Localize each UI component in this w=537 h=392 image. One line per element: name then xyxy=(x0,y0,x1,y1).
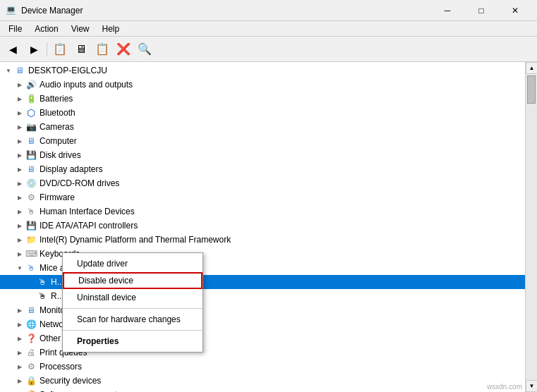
context-menu-separator xyxy=(63,308,203,309)
toolbar-forward[interactable]: ▶ xyxy=(24,39,44,59)
main-container: ▼ 🖥 DESKTOP-EIGLCJU ▶ 🔊 Audio inputs and… xyxy=(0,62,537,392)
expand-cameras[interactable]: ▶ xyxy=(14,121,25,133)
context-menu-properties[interactable]: Properties xyxy=(63,333,203,350)
icon-cameras: 📷 xyxy=(25,121,37,133)
scrollbar-thumb[interactable] xyxy=(527,75,536,104)
icon-security: 🔒 xyxy=(25,375,37,386)
expand-monitors[interactable]: ▶ xyxy=(14,305,25,316)
expand-mice[interactable]: ▼ xyxy=(14,262,25,274)
vertical-scrollbar[interactable]: ▲ ▼ xyxy=(525,62,537,392)
label-display: Display adapters xyxy=(40,164,102,174)
expand-intel[interactable]: ▶ xyxy=(14,234,25,245)
title-bar-left: 💻 Device Manager xyxy=(6,5,83,16)
tree-item-intel[interactable]: ▶ 📁 Intel(R) Dynamic Platform and Therma… xyxy=(0,233,525,247)
expand-bluetooth[interactable]: ▶ xyxy=(14,107,25,118)
expand-keyboards[interactable]: ▶ xyxy=(14,248,25,259)
scrollbar-track[interactable] xyxy=(526,74,537,380)
icon-monitors: 🖥 xyxy=(25,305,37,316)
expand-other[interactable]: ▶ xyxy=(14,333,25,344)
label-hid: Human Interface Devices xyxy=(40,207,135,216)
toolbar-sep1 xyxy=(47,42,47,56)
icon-computer: 🖥 xyxy=(14,65,25,76)
icon-proc: ⚙ xyxy=(25,361,37,372)
icon-audio: 🔊 xyxy=(25,79,37,90)
icon-display: 🖥 xyxy=(25,164,37,175)
toolbar-properties[interactable]: 📋 xyxy=(50,39,70,59)
tree-item-firmware[interactable]: ▶ ⚙ Firmware xyxy=(0,190,525,204)
expand-mouse-r xyxy=(25,290,37,302)
tree-item-disk[interactable]: ▶ 💾 Disk drives xyxy=(0,148,525,162)
scrollbar-down[interactable]: ▼ xyxy=(526,380,537,392)
expand-computer[interactable]: ▶ xyxy=(14,135,25,147)
context-menu-update-driver[interactable]: Update driver xyxy=(63,255,203,272)
tree-item-display[interactable]: ▶ 🖥 Display adapters xyxy=(0,162,525,176)
tree-item-audio[interactable]: ▶ 🔊 Audio inputs and outputs xyxy=(0,78,525,92)
tree-item-hid[interactable]: ▶ 🖱 Human Interface Devices xyxy=(0,204,525,219)
expand-dvd[interactable]: ▶ xyxy=(14,178,25,189)
expand-firmware[interactable]: ▶ xyxy=(14,192,25,203)
toolbar-uninstall[interactable]: ❌ xyxy=(114,39,133,59)
label-ide: IDE ATA/ATAPI controllers xyxy=(40,221,138,231)
tree-item-cameras[interactable]: ▶ 📷 Cameras xyxy=(0,120,525,134)
context-menu-uninstall-device[interactable]: Uninstall device xyxy=(63,289,203,306)
tree-item-bluetooth[interactable]: ▶ ⬡ Bluetooth xyxy=(0,106,525,120)
icon-other: ❓ xyxy=(25,333,37,344)
icon-mice: 🖱 xyxy=(25,262,37,274)
tree-item-batteries[interactable]: ▶ 🔋 Batteries xyxy=(0,92,525,106)
tree-item-security[interactable]: ▶ 🔒 Security devices xyxy=(0,374,525,388)
label-cameras: Cameras xyxy=(40,122,74,132)
menu-bar: File Action View Help xyxy=(0,21,537,37)
expand-print[interactable]: ▶ xyxy=(14,347,25,358)
app-icon: 💻 xyxy=(6,5,17,16)
icon-bluetooth: ⬡ xyxy=(25,107,37,118)
context-menu-disable-device[interactable]: Disable device xyxy=(63,272,203,289)
icon-computer-node: 🖥 xyxy=(25,135,37,147)
icon-intel: 📁 xyxy=(25,234,37,245)
expand-audio[interactable]: ▶ xyxy=(14,79,25,90)
expand-proc[interactable]: ▶ xyxy=(14,361,25,372)
icon-ide: 💾 xyxy=(25,220,37,231)
expand-display[interactable]: ▶ xyxy=(14,164,25,175)
tree-item-ide[interactable]: ▶ 💾 IDE ATA/ATAPI controllers xyxy=(0,219,525,233)
expand-software-comp[interactable]: ▶ xyxy=(14,389,25,392)
icon-mouse-h: 🖱 xyxy=(37,276,48,288)
label-proc: Processors xyxy=(40,362,82,372)
title-bar: 💻 Device Manager ─ □ ✕ xyxy=(0,0,537,21)
maximize-button[interactable]: □ xyxy=(465,0,497,21)
expand-ide[interactable]: ▶ xyxy=(14,220,25,231)
tree-item-computer[interactable]: ▶ 🖥 Computer xyxy=(0,134,525,148)
menu-help[interactable]: Help xyxy=(97,21,126,36)
label-audio: Audio inputs and outputs xyxy=(40,80,133,90)
expand-hid[interactable]: ▶ xyxy=(14,206,25,217)
expand-security[interactable]: ▶ xyxy=(14,375,25,386)
tree-item-software-comp[interactable]: ▶ 📦 Software components xyxy=(0,388,525,392)
menu-view[interactable]: View xyxy=(66,21,95,36)
menu-file[interactable]: File xyxy=(3,21,28,36)
menu-action[interactable]: Action xyxy=(29,21,64,36)
toolbar-back[interactable]: ◀ xyxy=(3,39,23,59)
expand-disk[interactable]: ▶ xyxy=(14,149,25,161)
label-security: Security devices xyxy=(40,376,101,386)
minimize-button[interactable]: ─ xyxy=(431,0,464,21)
expand-batteries[interactable]: ▶ xyxy=(14,93,25,104)
tree-item-dvd[interactable]: ▶ 💿 DVD/CD-ROM drives xyxy=(0,176,525,190)
label-intel: Intel(R) Dynamic Platform and Thermal Fr… xyxy=(40,235,231,245)
toolbar: ◀ ▶ 📋 🖥 📋 ❌ 🔍 xyxy=(0,37,537,62)
toolbar-scan[interactable]: 🔍 xyxy=(135,39,155,59)
scrollbar-up[interactable]: ▲ xyxy=(526,62,537,74)
toolbar-computer[interactable]: 🖥 xyxy=(71,39,91,59)
icon-mouse-r: 🖱 xyxy=(37,290,48,302)
tree-root[interactable]: ▼ 🖥 DESKTOP-EIGLCJU xyxy=(0,63,525,78)
icon-firmware: ⚙ xyxy=(25,192,37,203)
label-bluetooth: Bluetooth xyxy=(40,108,76,118)
icon-network: 🌐 xyxy=(25,319,37,330)
watermark: wsxdn.com xyxy=(487,383,522,391)
context-menu-scan-hardware[interactable]: Scan for hardware changes xyxy=(63,311,203,328)
toolbar-show[interactable]: 📋 xyxy=(92,39,112,59)
expand-root[interactable]: ▼ xyxy=(3,65,14,76)
close-button[interactable]: ✕ xyxy=(499,0,531,21)
expand-network[interactable]: ▶ xyxy=(14,319,25,330)
tree-view[interactable]: ▼ 🖥 DESKTOP-EIGLCJU ▶ 🔊 Audio inputs and… xyxy=(0,62,525,392)
tree-item-proc[interactable]: ▶ ⚙ Processors xyxy=(0,360,525,374)
label-disk: Disk drives xyxy=(40,150,81,160)
